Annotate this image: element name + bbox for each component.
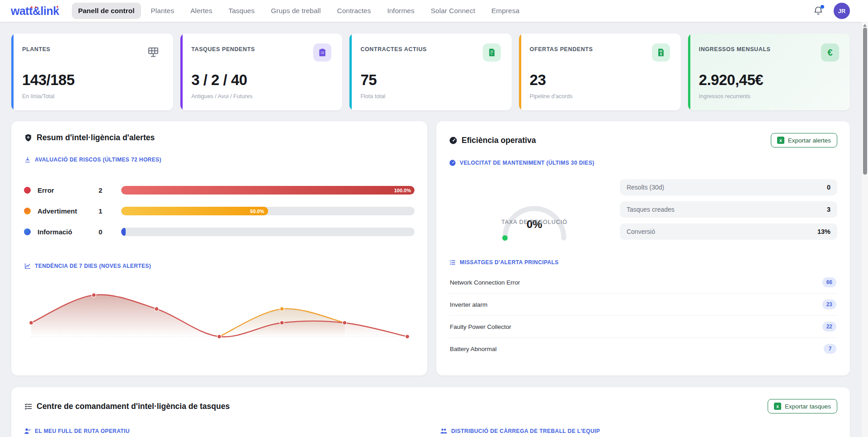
nav-item-panell-de-control[interactable]: Panell de control xyxy=(72,3,141,19)
contract-file-icon xyxy=(483,43,501,62)
resolution-rate-gauge: 0% TAXA DE RESOLUCIÓ xyxy=(449,194,620,225)
logo-dot xyxy=(31,6,33,8)
velocity-gauge-icon xyxy=(449,159,456,166)
nav-item-tasques[interactable]: Tasques xyxy=(222,3,261,19)
scrollbar-thumb[interactable] xyxy=(863,28,867,175)
export-alerts-button[interactable]: x Exportar alertes xyxy=(771,133,837,147)
alert-message-label: Network Connection Error xyxy=(450,279,520,286)
nav-item-empresa[interactable]: Empresa xyxy=(485,3,526,19)
risk-bars: Error 2 100.0% Advertiment 1 50.0% xyxy=(24,186,415,236)
stat-card-value: 143/185 xyxy=(22,71,162,89)
stat-card-plantes[interactable]: PLANTES 143/185 En línia/Total xyxy=(11,33,173,110)
alert-message-label: Battery Abnormal xyxy=(450,346,497,352)
stat-card-label: INGRESSOS MENSUALS xyxy=(699,43,771,52)
stat-card-ingressos-mensuals[interactable]: INGRESSOS MENSUALS € 2.920,45€ Ingressos… xyxy=(688,33,850,110)
stat-card-ofertas-pendents[interactable]: OFERTAS PENDENTS $ 23 Pipeline d'acords xyxy=(519,33,681,110)
alert-count-badge: 22 xyxy=(822,322,836,332)
dashboard-content: PLANTES 143/185 En línia/Total TASQUES P… xyxy=(0,22,862,437)
stat-label: Tasques creades xyxy=(627,206,675,213)
stat-card-value: 2.920,45€ xyxy=(699,71,839,89)
alert-message-row[interactable]: Faulty Power Collector 22 xyxy=(449,316,837,338)
risk-row-advertiment: Advertiment 1 50.0% xyxy=(24,207,415,215)
alert-message-row[interactable]: Battery Abnormal 7 xyxy=(449,338,837,360)
stat-card-label: CONTRACTES ACTIUS xyxy=(360,43,427,52)
operational-efficiency-panel: Eficiència operativa x Exportar alertes … xyxy=(436,121,850,375)
stat-value: 0 xyxy=(827,184,830,191)
stat-card-label: TASQUES PENDENTS xyxy=(191,43,255,52)
offer-file-icon: $ xyxy=(652,43,670,62)
nav-item-solar-connect[interactable]: Solar Connect xyxy=(425,3,481,19)
nav-item-contractes[interactable]: Contractes xyxy=(330,3,377,19)
export-tasks-button[interactable]: x Exportar tasques xyxy=(768,399,837,413)
info-dot-icon xyxy=(24,228,31,235)
risk-pct-label: 50.0% xyxy=(250,209,264,214)
risk-section-title: AVALUACIÓ DE RISCOS (ÚLTIMES 72 HORES) xyxy=(35,157,161,163)
numbered-list-icon xyxy=(449,259,456,266)
user-avatar[interactable]: JR xyxy=(834,3,850,19)
stat-label: Resolts (30d) xyxy=(627,184,664,191)
stat-card-subtitle: Antigues / Avui / Futures xyxy=(191,93,331,100)
roadmap-subheader: EL MEU FULL DE RUTA OPERATIU xyxy=(35,428,130,434)
nav-item-plantes[interactable]: Plantes xyxy=(145,3,181,19)
stat-card-tasques-pendents[interactable]: TASQUES PENDENTS 3 / 2 / 40 Antigues / A… xyxy=(180,33,342,110)
stat-card-value: 3 / 2 / 40 xyxy=(191,71,331,89)
stat-card-subtitle: Flota total xyxy=(360,93,500,100)
alert-message-label: Inverter alarm xyxy=(450,301,487,308)
panel-title: Centre de comandament d'intel·ligència d… xyxy=(37,402,230,411)
shield-icon xyxy=(24,133,33,142)
main-nav: Panell de control Plantes Alertes Tasque… xyxy=(72,3,813,19)
risk-scale-icon xyxy=(24,156,31,163)
risk-progress-bar xyxy=(121,228,415,236)
stat-card-value: 75 xyxy=(360,71,500,89)
stat-card-value: 23 xyxy=(530,71,670,89)
risk-pct-label: 100.0% xyxy=(394,188,411,193)
stat-card-contractes-actius[interactable]: CONTRACTES ACTIUS 75 Flota total xyxy=(349,33,511,110)
risk-progress-bar: 50.0% xyxy=(121,207,415,215)
nav-item-informes[interactable]: Informes xyxy=(381,3,420,19)
page-scrollbar[interactable] xyxy=(861,22,868,437)
stat-tasques-creades: Tasques creades 3 xyxy=(620,201,837,218)
stat-resolts-30d: Resolts (30d) 0 xyxy=(620,179,837,195)
nav-item-alertes[interactable]: Alertes xyxy=(184,3,218,19)
stat-value: 13% xyxy=(817,228,830,235)
risk-row-informacio: Informació 0 xyxy=(24,228,415,236)
gauge-caption: TAXA DE RESOLUCIÓ xyxy=(501,219,567,225)
nav-item-grups-de-treball[interactable]: Grups de treball xyxy=(264,3,327,19)
stat-card-subtitle: En línia/Total xyxy=(22,93,162,100)
stat-card-label: PLANTES xyxy=(22,43,51,52)
velocity-section-title: VELOCITAT DE MANTENIMENT (ÚLTIMS 30 DIES… xyxy=(460,160,594,166)
alert-message-row[interactable]: Network Connection Error 66 xyxy=(449,271,837,294)
risk-count: 2 xyxy=(99,186,121,194)
alert-count-badge: 66 xyxy=(822,277,836,287)
logo-dot xyxy=(57,6,58,8)
alert-messages-list: Network Connection Error 66 Inverter ala… xyxy=(449,271,837,360)
clipboard-icon xyxy=(313,43,331,62)
seven-day-trend-chart xyxy=(24,273,415,351)
notification-dot xyxy=(821,5,824,9)
messages-section-title: MISSATGES D'ALERTA PRINCIPALS xyxy=(460,259,559,266)
stat-card-subtitle: Ingressos recurrents xyxy=(699,93,839,100)
risk-progress-bar: 100.0% xyxy=(121,186,415,195)
excel-file-icon: x xyxy=(777,137,784,144)
alert-message-row[interactable]: Inverter alarm 23 xyxy=(449,294,837,316)
stat-card-subtitle: Pipeline d'acords xyxy=(530,93,670,100)
risk-label: Informació xyxy=(38,228,99,236)
person-check-icon xyxy=(24,428,31,435)
notifications-bell-icon[interactable] xyxy=(813,5,824,16)
svg-text:$: $ xyxy=(660,52,662,56)
maintenance-stats: Resolts (30d) 0 Tasques creades 3 Conver… xyxy=(620,179,837,240)
team-icon xyxy=(440,427,448,435)
panel-title: Eficiència operativa xyxy=(462,136,536,145)
task-list-icon xyxy=(24,402,33,411)
scrollbar-up-arrow[interactable] xyxy=(863,24,867,27)
stat-label: Conversió xyxy=(627,228,655,235)
stat-conversio: Conversió 13% xyxy=(620,223,837,240)
export-alerts-label: Exportar alertes xyxy=(788,137,831,144)
error-dot-icon xyxy=(24,187,31,194)
speedometer-icon xyxy=(449,136,458,145)
alert-count-badge: 7 xyxy=(824,344,836,354)
risk-label: Advertiment xyxy=(38,207,99,215)
alert-message-label: Faulty Power Collector xyxy=(450,323,511,330)
risk-label: Error xyxy=(38,186,99,194)
app-logo[interactable]: watt&link xyxy=(11,5,59,18)
